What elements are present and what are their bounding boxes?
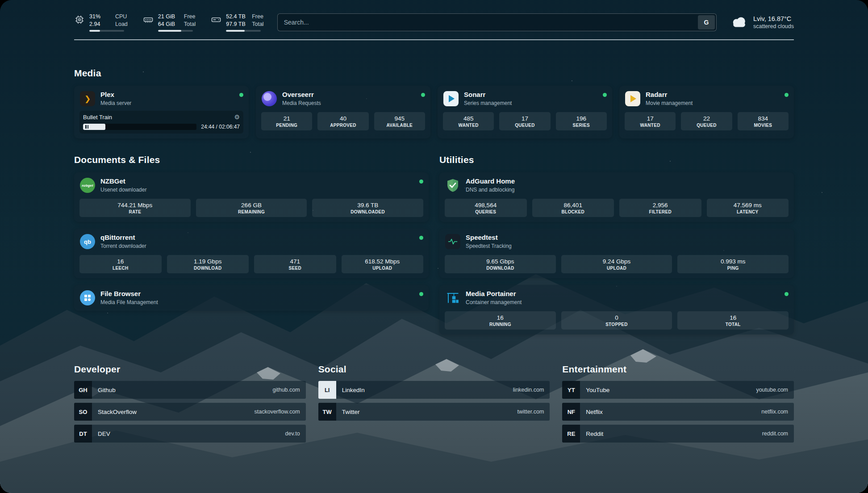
stat-box: 40 APPROVED [317,112,368,130]
service-subtitle: Media Requests [282,100,321,107]
bookmark-row-twitter[interactable]: TW Twitter twitter.com [318,403,550,421]
bookmark-group-entertainment: Entertainment YT YouTube youtube.com NF … [562,364,794,443]
pause-icon[interactable] [85,125,88,129]
service-card-speedtest[interactable]: Speedtest Speedtest Tracking 9.65 Gbps D… [439,229,794,278]
playback-progress-track[interactable] [83,124,196,130]
portainer-icon [446,291,459,305]
service-subtitle: DNS and adblocking [466,187,515,193]
disk-free-label: Free [252,13,263,21]
stat-value: 834 [739,115,787,122]
dashboard-screen: 31% 2.94 CPU Load [0,0,868,493]
cpu-load-label: Load [115,21,128,28]
stat-label: PENDING [263,123,310,128]
bookmark-row-stackoverflow[interactable]: SO StackOverflow stackoverflow.com [74,403,306,421]
stat-box: 2,956 FILTERED [619,199,701,217]
service-name: Media Portainer [466,290,522,298]
stat-box: 471 SEED [254,255,336,273]
stat-label: REMAINING [198,209,305,214]
stat-value: 266 GB [198,202,305,209]
github-icon: GH [74,381,92,399]
status-indicator [419,292,423,296]
stat-value: 1.19 Gbps [169,258,247,265]
service-subtitle: Usenet downloader [100,187,146,193]
stat-box: 834 MOVIES [738,112,789,130]
section-utilities: Utilities [439,155,794,334]
cpu-label: CPU [115,13,128,21]
stat-label: AVAILABLE [376,123,423,128]
stat-label: UPLOAD [563,266,671,271]
playback-time: 24:44 / 02:06:47 [201,124,240,130]
stat-label: FILTERED [621,209,700,214]
twitter-icon: TW [318,403,336,421]
cpu-progress-fill [89,30,100,32]
stat-label: QUERIES [447,209,525,214]
stat-box: 9.24 Gbps UPLOAD [561,255,672,273]
plex-now-playing: Bullet Train ⚙ 24:44 / 02:06:47 [79,111,243,134]
nzbget-icon: nzbget [80,178,95,193]
bookmark-row-dev[interactable]: DT DEV dev.to [74,425,306,443]
system-stats: 31% 2.94 CPU Load [74,13,264,32]
bookmark-url: linkedin.com [513,387,544,393]
stat-value: 47.569 ms [709,202,787,209]
bookmark-url: youtube.com [756,387,788,393]
stat-value: 471 [256,258,334,265]
stat-value: 21 [263,115,310,122]
service-card-adguard[interactable]: AdGuard Home DNS and adblocking 498,564 … [439,172,794,222]
search-bar: G [277,13,717,31]
service-name: Radarr [646,91,693,99]
stat-value: 485 [445,115,492,122]
section-title-entertainment: Entertainment [562,364,794,375]
stat-label: WANTED [445,123,492,128]
stat-value: 16 [679,314,787,321]
stat-value: 9.24 Gbps [563,258,671,265]
stat-box: 0 STOPPED [561,311,672,330]
service-card-portainer[interactable]: Media Portainer Container management 16 … [439,285,794,334]
adguard-icon [446,178,460,193]
weather-location: Lviv, 16.87°C [753,15,794,22]
service-card-qbittorrent[interactable]: qb qBittorrent Torrent downloader 16 LEE… [74,229,429,278]
service-subtitle: Torrent downloader [100,243,146,250]
stat-label: DOWNLOADED [314,209,421,214]
service-subtitle: Speedtest Tracking [466,243,512,250]
cloud-icon [730,16,748,29]
stat-value: 2,956 [621,202,700,209]
service-card-plex[interactable]: ❯ Plex Media server Bullet Train ⚙ [74,86,249,138]
gear-icon[interactable]: ⚙ [234,113,240,121]
bookmark-row-reddit[interactable]: RE Reddit reddit.com [562,425,794,443]
stat-label: LEECH [81,266,160,271]
sonarr-icon [443,91,459,106]
weather-widget: Lviv, 16.87°C scattered clouds [730,15,794,29]
memory-free-label: Free [184,13,196,21]
bookmark-name: Github [98,387,116,393]
search-input[interactable] [277,13,717,31]
filebrowser-icon [80,290,95,305]
bookmark-row-linkedin[interactable]: LI LinkedIn linkedin.com [318,381,550,399]
service-card-sonarr[interactable]: Sonarr Series management 485 WANTED 17 Q… [438,86,612,138]
service-subtitle: Media server [100,100,131,107]
bookmark-row-github[interactable]: GH Github github.com [74,381,306,399]
service-card-overseerr[interactable]: Overseerr Media Requests 21 PENDING 40 A… [256,86,430,138]
stat-value: 196 [558,115,605,122]
stat-box: 1.19 Gbps DOWNLOAD [167,255,249,273]
service-card-nzbget[interactable]: nzbget NZBGet Usenet downloader 744.21 M… [74,172,429,222]
status-indicator [419,180,423,184]
service-card-filebrowser[interactable]: File Browser Media File Management [74,285,429,311]
bookmark-row-youtube[interactable]: YT YouTube youtube.com [562,381,794,399]
overseerr-icon [262,91,277,106]
bookmark-row-netflix[interactable]: NF Netflix netflix.com [562,403,794,421]
service-card-radarr[interactable]: Radarr Movie management 17 WANTED 22 QUE… [619,86,794,138]
cpu-progress-track [89,30,124,32]
stat-box: 47.569 ms LATENCY [707,199,789,217]
stat-box: 9.65 Gbps DOWNLOAD [445,255,556,273]
stackoverflow-icon: SO [74,403,92,421]
bookmark-name: Reddit [586,430,603,437]
stat-label: STOPPED [563,322,671,327]
status-indicator [603,93,607,97]
disk-total-value: 97.9 TB [226,21,246,28]
stat-label: QUEUED [501,123,548,128]
stat-label: MOVIES [739,123,787,128]
service-name: NZBGet [100,177,146,186]
search-provider-button[interactable]: G [698,15,715,29]
stat-box: 196 SERIES [556,112,607,130]
stat-label: TOTAL [679,322,787,327]
